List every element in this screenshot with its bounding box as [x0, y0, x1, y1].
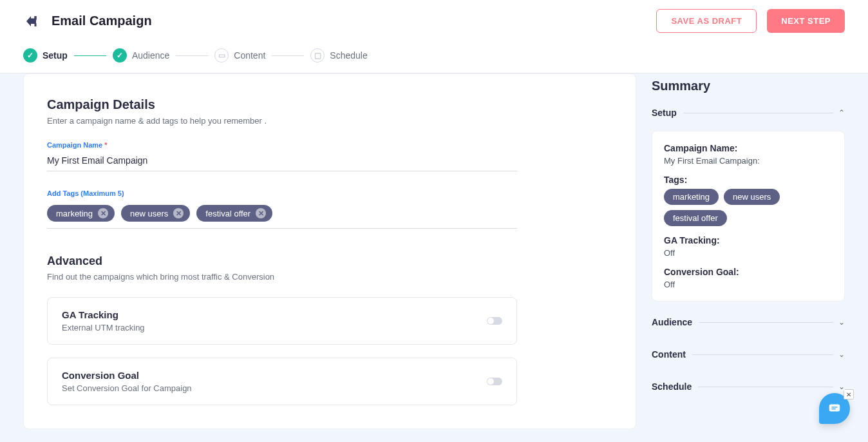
- calendar-icon: ▢: [310, 48, 325, 62]
- step-label: Content: [234, 50, 265, 61]
- conversion-goal-toggle[interactable]: [487, 378, 502, 385]
- summary-ga-value: Off: [664, 248, 833, 258]
- conversion-goal-panel: Conversion Goal Set Conversion Goal for …: [47, 358, 517, 405]
- summary-campaign-name-value: My First Email Campaign:: [664, 156, 833, 166]
- summary-section-label: Content: [652, 349, 692, 360]
- header-left: Email Campaign: [23, 14, 152, 29]
- tag-chip: new users ✕: [121, 205, 190, 222]
- summary-tag: marketing: [664, 189, 719, 205]
- wizard-steps: ✓ Setup ✓ Audience ▭ Content ▢ Schedule: [0, 42, 868, 73]
- tag-chip: festival offer ✕: [196, 205, 272, 222]
- svg-rect-3: [831, 408, 835, 409]
- summary-setup-header[interactable]: Setup ⌃: [652, 101, 845, 124]
- chevron-up-icon: ⌃: [833, 108, 845, 117]
- summary-section-label: Schedule: [652, 381, 698, 392]
- summary-audience-header[interactable]: Audience ⌄: [652, 311, 845, 334]
- chevron-down-icon: ⌄: [833, 318, 845, 327]
- conversion-goal-title: Conversion Goal: [62, 370, 192, 381]
- chevron-down-icon: ⌄: [833, 382, 845, 391]
- step-label: Setup: [42, 50, 68, 61]
- svg-rect-2: [831, 407, 837, 407]
- summary-setup-card: Campaign Name: My First Email Campaign: …: [652, 131, 845, 302]
- step-label: Schedule: [330, 50, 367, 61]
- main-content: Campaign Details Enter a campaign name &…: [0, 73, 868, 442]
- remove-tag-icon[interactable]: ✕: [98, 208, 108, 218]
- ga-tracking-panel: GA Tracking External UTM tracking: [47, 297, 517, 345]
- step-audience[interactable]: ✓ Audience: [113, 48, 169, 62]
- campaign-details-card: Campaign Details Enter a campaign name &…: [23, 73, 636, 429]
- summary-title: Summary: [652, 79, 845, 93]
- remove-tag-icon[interactable]: ✕: [173, 208, 184, 218]
- summary-tags-label: Tags:: [664, 175, 833, 185]
- tags-input[interactable]: marketing ✕ new users ✕ festival offer ✕: [47, 200, 517, 229]
- chat-icon: [827, 401, 842, 416]
- tag-text: new users: [130, 209, 168, 218]
- tag-text: festival offer: [205, 209, 250, 218]
- conversion-goal-sub: Set Conversion Goal for Campaign: [62, 383, 192, 393]
- remove-tag-icon[interactable]: ✕: [256, 208, 266, 218]
- tag-chip: marketing ✕: [47, 205, 115, 222]
- step-connector: [176, 55, 208, 56]
- campaign-name-input[interactable]: [47, 151, 517, 171]
- step-connector: [74, 55, 106, 56]
- step-setup[interactable]: ✓ Setup: [23, 48, 68, 62]
- summary-section-label: Audience: [652, 317, 699, 327]
- summary-content-header[interactable]: Content ⌄: [652, 343, 845, 366]
- topbar: Email Campaign SAVE AS DRAFT NEXT STEP ✓…: [0, 0, 868, 73]
- step-content[interactable]: ▭ Content: [214, 48, 265, 62]
- advanced-section: Advanced Find out the campaigns which br…: [47, 255, 612, 405]
- content-icon: ▭: [214, 48, 229, 62]
- summary-schedule-header[interactable]: Schedule ⌄: [652, 375, 845, 398]
- ga-tracking-title: GA Tracking: [62, 309, 145, 320]
- campaign-name-label: Campaign Name *: [47, 141, 612, 149]
- header-actions: SAVE AS DRAFT NEXT STEP: [656, 9, 845, 33]
- summary-tags: marketing new users festival offer: [664, 189, 833, 226]
- close-chat-icon[interactable]: ✕: [844, 389, 854, 399]
- summary-section-label: Setup: [652, 108, 683, 118]
- back-arrow-icon[interactable]: [23, 14, 41, 29]
- tags-label: Add Tags (Maximum 5): [47, 189, 612, 197]
- summary-ga-label: GA Tracking:: [664, 235, 833, 245]
- chat-widget-button[interactable]: ✕: [819, 393, 850, 424]
- check-icon: ✓: [23, 48, 37, 62]
- section-subtitle: Enter a campaign name & add tags to help…: [47, 116, 612, 126]
- section-title: Campaign Details: [47, 97, 612, 112]
- summary-sidebar: Summary Setup ⌃ Campaign Name: My First …: [652, 73, 845, 398]
- step-connector: [272, 55, 304, 56]
- step-label: Audience: [132, 50, 169, 61]
- summary-cg-value: Off: [664, 280, 833, 289]
- check-icon: ✓: [113, 48, 127, 62]
- summary-cg-label: Conversion Goal:: [664, 267, 833, 277]
- page-title: Email Campaign: [52, 14, 152, 28]
- summary-tag: new users: [724, 189, 780, 205]
- advanced-title: Advanced: [47, 255, 612, 268]
- tag-text: marketing: [56, 209, 93, 218]
- summary-campaign-name-label: Campaign Name:: [664, 143, 833, 153]
- ga-tracking-sub: External UTM tracking: [62, 323, 145, 332]
- svg-rect-0: [30, 19, 35, 23]
- header-row: Email Campaign SAVE AS DRAFT NEXT STEP: [0, 0, 868, 42]
- summary-tag: festival offer: [664, 210, 727, 226]
- ga-tracking-toggle[interactable]: [487, 317, 502, 325]
- advanced-subtitle: Find out the campaigns which bring most …: [47, 272, 612, 282]
- save-draft-button[interactable]: SAVE AS DRAFT: [656, 9, 757, 33]
- step-schedule[interactable]: ▢ Schedule: [310, 48, 367, 62]
- chevron-down-icon: ⌄: [833, 350, 845, 359]
- next-step-button[interactable]: NEXT STEP: [767, 9, 845, 33]
- svg-rect-1: [829, 405, 840, 412]
